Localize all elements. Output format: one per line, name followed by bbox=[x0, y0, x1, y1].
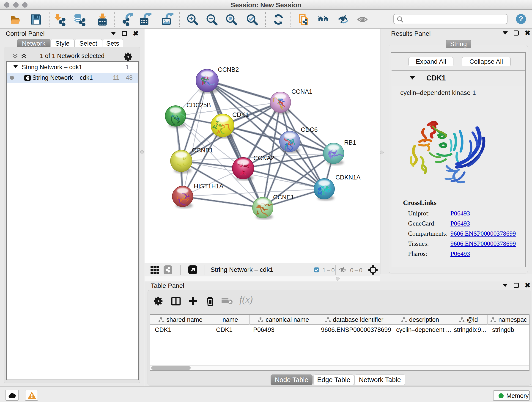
svg-text:CCNA2: CCNA2 bbox=[253, 155, 274, 162]
svg-text:CDC25B: CDC25B bbox=[186, 102, 211, 109]
svg-text:CCNB2: CCNB2 bbox=[218, 66, 239, 73]
svg-text:CCNE1: CCNE1 bbox=[273, 194, 294, 201]
svg-text:RB1: RB1 bbox=[344, 139, 356, 146]
svg-text:CCNB1: CCNB1 bbox=[192, 147, 213, 154]
svg-text:CDKN1A: CDKN1A bbox=[336, 174, 361, 181]
svg-text:CDK1: CDK1 bbox=[232, 111, 249, 118]
svg-text:HIST1H1A: HIST1H1A bbox=[194, 183, 223, 190]
svg-text:CDC6: CDC6 bbox=[301, 126, 318, 133]
svg-text:CCNA1: CCNA1 bbox=[291, 88, 312, 95]
